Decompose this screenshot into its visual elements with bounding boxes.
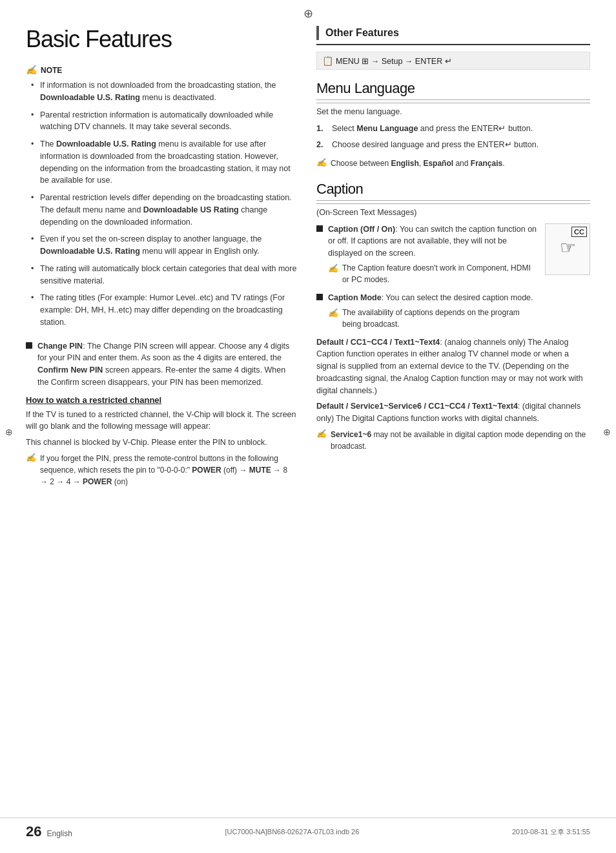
caption-subtitle: (On-Screen Text Messages) bbox=[316, 208, 590, 217]
caption-content: Caption (Off / On): You can switch the c… bbox=[316, 223, 590, 336]
menu-path: 📋 MENU ⊞ → Setup → ENTER ↵ bbox=[316, 52, 590, 70]
note-item-5: Even if you set the on-screen display to… bbox=[31, 233, 297, 258]
note-item-1: If information is not downloaded from th… bbox=[31, 79, 297, 104]
step-2-text: Choose desired language and press the EN… bbox=[332, 139, 539, 151]
caption-service-note: ✍ Service1~6 may not be available in dig… bbox=[316, 429, 590, 452]
cc-hand-icon: ☞ bbox=[560, 237, 576, 258]
menu-language-divider bbox=[316, 103, 590, 103]
menu-language-step-2: 2. Choose desired language and press the… bbox=[316, 139, 590, 151]
other-features-title: Other Features bbox=[325, 27, 399, 39]
caption-off-on-note-text: The Caption feature doesn't work in Comp… bbox=[342, 262, 539, 285]
caption-mode-note: ✍ The availability of captions depends o… bbox=[328, 307, 539, 330]
caption-off-on: Caption (Off / On): You can switch the c… bbox=[316, 223, 539, 285]
caption-off-on-text: Caption (Off / On): You can switch the c… bbox=[328, 223, 539, 285]
note-header: ✍ NOTE bbox=[26, 65, 297, 76]
file-info-left: [UC7000-NA]BN68-02627A-07L03.indb 26 bbox=[225, 827, 359, 836]
note-item-3: The Downloadable U.S. Rating menu is ava… bbox=[31, 138, 297, 187]
menu-language-intro: Set the menu language. bbox=[316, 107, 590, 116]
menu-path-text: MENU ⊞ → Setup → ENTER ↵ bbox=[336, 56, 452, 66]
caption-mode-text: Caption Mode: You can select the desired… bbox=[328, 292, 539, 330]
caption-note-icon-2: ✍ bbox=[328, 307, 338, 330]
pin-note-icon: ✍ bbox=[26, 453, 36, 488]
change-pin-bullet: Change PIN: The Change PIN screen will a… bbox=[26, 340, 297, 389]
caption-bullet-2 bbox=[316, 294, 323, 300]
menu-language-step-1: 1. Select Menu Language and press the EN… bbox=[316, 123, 590, 135]
caption-heading: Caption bbox=[316, 181, 590, 201]
restricted-channel-title: How to watch a restricted channel bbox=[26, 395, 297, 405]
caption-mode: Caption Mode: You can select the desired… bbox=[316, 292, 539, 330]
caption-text-area: Caption (Off / On): You can switch the c… bbox=[316, 223, 539, 336]
menu-icon: 📋 bbox=[322, 56, 333, 66]
pin-note-text: If you forget the PIN, press the remote-… bbox=[40, 453, 297, 488]
caption-mode-note-text: The availability of captions depends on … bbox=[342, 307, 539, 330]
caption-service-note-icon: ✍ bbox=[316, 429, 327, 452]
menu-language-note-icon: ✍ bbox=[316, 158, 327, 169]
note-list: If information is not downloaded from th… bbox=[26, 79, 297, 329]
note-section: ✍ NOTE If information is not downloaded … bbox=[26, 65, 297, 329]
restricted-text-2: This channel is blocked by V-Chip. Pleas… bbox=[26, 437, 297, 449]
caption-analog-text: Default / CC1~CC4 / Text1~Text4: (analog… bbox=[316, 336, 590, 397]
note-item-2: Parental restriction information is auto… bbox=[31, 109, 297, 134]
caption-service-note-text: Service1~6 may not be available in digit… bbox=[331, 429, 590, 452]
file-info-text: [UC7000-NA]BN68-02627A-07L03.indb 26 bbox=[225, 828, 359, 836]
caption-digital-text: Default / Service1~Service6 / CC1~CC4 / … bbox=[316, 400, 590, 425]
note-item-7: The rating titles (For example: Humor Le… bbox=[31, 292, 297, 328]
step-1-number: 1. bbox=[316, 123, 328, 135]
left-column: Basic Features ✍ NOTE If information is … bbox=[26, 26, 297, 497]
note-header-label: NOTE bbox=[41, 66, 62, 75]
change-pin-text: Change PIN: The Change PIN screen will a… bbox=[37, 340, 297, 389]
right-column: Other Features 📋 MENU ⊞ → Setup → ENTER … bbox=[310, 26, 590, 497]
note-item-4: Parental restriction levels differ depen… bbox=[31, 192, 297, 228]
change-pin-section: Change PIN: The Change PIN screen will a… bbox=[26, 340, 297, 488]
other-features-header: Other Features bbox=[316, 26, 590, 45]
caption-note-icon-1: ✍ bbox=[328, 262, 338, 285]
step-1-text: Select Menu Language and press the ENTER… bbox=[332, 123, 533, 135]
page-footer: 26 English [UC7000-NA]BN68-02627A-07L03.… bbox=[0, 817, 616, 840]
caption-divider bbox=[316, 203, 590, 204]
date-info: 2010-08-31 오후 3:51:55 bbox=[512, 827, 590, 837]
note-icon: ✍ bbox=[26, 65, 37, 76]
caption-section: Caption (On-Screen Text Messages) Captio… bbox=[316, 181, 590, 452]
note-item-6: The rating will automatically block cert… bbox=[31, 263, 297, 287]
page-title: Basic Features bbox=[26, 26, 297, 53]
cc-label: CC bbox=[571, 227, 587, 237]
menu-language-heading: Menu Language bbox=[316, 80, 590, 100]
date-info-text: 2010-08-31 오후 3:51:55 bbox=[512, 828, 590, 836]
page-number: 26 bbox=[26, 823, 41, 840]
page-footer-left: 26 English bbox=[26, 823, 72, 840]
restricted-text-1: If the TV is tuned to a restricted chann… bbox=[26, 409, 297, 433]
menu-language-steps: 1. Select Menu Language and press the EN… bbox=[316, 123, 590, 151]
pin-note: ✍ If you forget the PIN, press the remot… bbox=[26, 453, 297, 488]
cc-image: CC ☞ bbox=[545, 223, 590, 275]
language-label: English bbox=[46, 829, 72, 838]
menu-language-note: ✍ Choose between English, Español and Fr… bbox=[316, 158, 590, 169]
bullet-square-icon bbox=[26, 342, 32, 349]
step-2-number: 2. bbox=[316, 139, 328, 151]
other-features-bar-icon bbox=[316, 26, 319, 40]
menu-language-note-text: Choose between English, Español and Fran… bbox=[331, 158, 505, 169]
caption-bullet-1 bbox=[316, 225, 323, 232]
caption-off-on-note: ✍ The Caption feature doesn't work in Co… bbox=[328, 262, 539, 285]
